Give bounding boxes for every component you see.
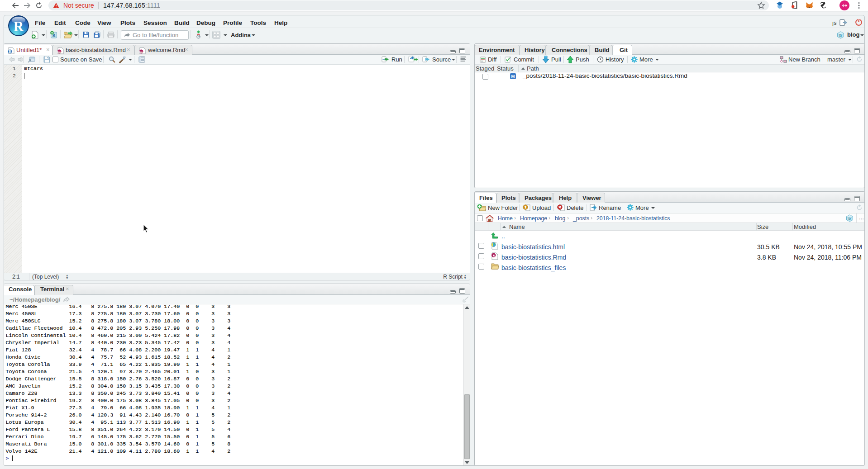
svg-text:R: R xyxy=(849,217,851,221)
svg-text:R: R xyxy=(839,34,842,38)
svg-text:Rmd: Rmd xyxy=(139,51,144,53)
svg-text:R: R xyxy=(9,49,12,54)
svg-text:Rmd: Rmd xyxy=(57,51,62,53)
